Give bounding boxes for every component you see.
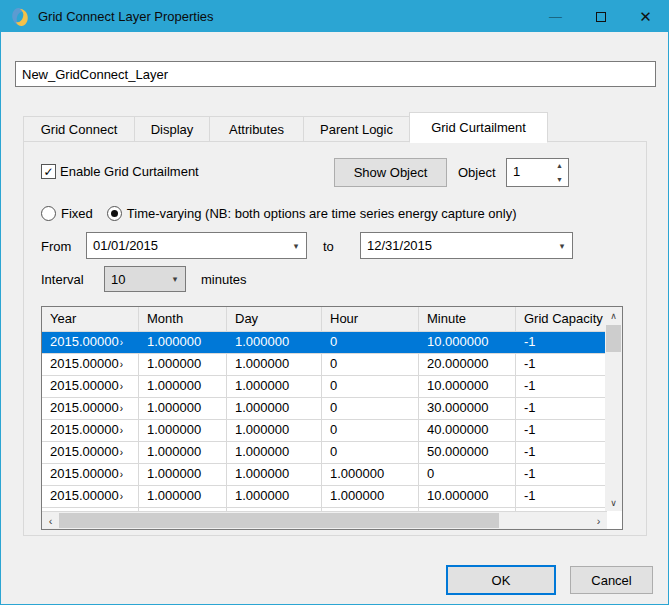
table-cell[interactable]: 1.000000 [227,442,322,463]
table-cell[interactable]: 1.000000 [139,486,227,507]
table-cell[interactable]: 1.000000 [227,486,322,507]
table-cell[interactable]: 1.000000 [227,464,322,485]
table-cell[interactable]: -1 [516,398,605,419]
tab-grid-curtailment[interactable]: Grid Curtailment [409,112,548,143]
scroll-left-icon[interactable]: ‹ [42,512,59,529]
table-cell[interactable]: 1.000000 [139,464,227,485]
table-cell[interactable]: -1 [516,332,605,353]
scroll-right-icon[interactable]: › [590,512,607,529]
object-value[interactable]: 1 [507,159,551,186]
table-row[interactable]: 2015.00000›1.0000001.000000010.000000-1 [42,376,605,398]
column-header-year[interactable]: Year [42,307,139,331]
horizontal-scrollbar-thumb[interactable] [59,513,499,528]
table-cell[interactable]: 2015.00000› [42,464,139,485]
object-spinner[interactable]: 1 ▲ ▼ [506,158,569,187]
cancel-button[interactable]: Cancel [570,566,653,594]
minimize-icon[interactable]: — [533,1,578,32]
table-cell[interactable]: -1 [516,376,605,397]
object-spinner-down-icon[interactable]: ▼ [551,173,568,187]
table-cell[interactable]: 20.000000 [419,354,516,375]
table-cell[interactable]: -1 [516,442,605,463]
table-cell[interactable]: 1.000000 [227,398,322,419]
table-cell[interactable]: -1 [516,486,605,507]
object-spinner-up-icon[interactable]: ▲ [551,159,568,173]
table-row[interactable]: 2015.00000›1.0000001.000000010.000000-1 [42,332,605,354]
table-cell[interactable]: 0 [322,376,419,397]
ok-button[interactable]: OK [446,565,556,595]
table-cell[interactable]: 2015.00000› [42,354,139,375]
enable-grid-curtailment-label[interactable]: Enable Grid Curtailment [60,164,199,179]
scroll-up-icon[interactable]: ∧ [605,307,622,324]
app-icon [10,7,30,27]
table-cell[interactable]: 10.000000 [419,332,516,353]
show-object-button[interactable]: Show Object [334,158,447,187]
tab-display[interactable]: Display [134,116,210,142]
interval-combobox[interactable]: 10 ▾ [104,266,186,292]
to-date-combobox[interactable]: 12/31/2015 ▾ [360,232,573,259]
table-cell[interactable]: 2015.00000› [42,486,139,507]
table-cell[interactable]: 10.000000 [419,376,516,397]
table-cell[interactable]: 1.000000 [322,464,419,485]
maximize-icon[interactable] [578,1,623,32]
table-row[interactable]: 2015.00000›1.0000001.000000030.000000-1 [42,398,605,420]
fixed-radio[interactable] [41,206,56,221]
horizontal-scrollbar[interactable]: ‹ › [42,511,607,529]
table-cell[interactable]: 1.000000 [139,442,227,463]
table-cell[interactable]: 2015.00000› [42,442,139,463]
table-cell[interactable]: 0 [419,464,516,485]
table-cell[interactable]: 0 [322,354,419,375]
table-cell[interactable]: 1.000000 [139,332,227,353]
from-date-combobox[interactable]: 01/01/2015 ▾ [86,232,307,259]
vertical-scrollbar-thumb[interactable] [606,325,621,352]
column-header-grid-capacity[interactable]: Grid Capacity [516,307,605,331]
table-row[interactable]: 2015.00000›1.0000001.000000020.000000-1 [42,354,605,376]
column-header-month[interactable]: Month [139,307,227,331]
table-cell[interactable]: 0 [322,442,419,463]
enable-grid-curtailment-checkbox[interactable]: ✓ [41,164,56,179]
tab-attributes[interactable]: Attributes [209,116,304,142]
table-cell[interactable]: 2015.00000› [42,376,139,397]
table-cell[interactable]: 1.000000 [227,420,322,441]
table-cell[interactable]: 40.000000 [419,420,516,441]
table-row[interactable]: 2015.00000›1.0000001.000000040.000000-1 [42,420,605,442]
table-cell[interactable]: 1.000000 [139,354,227,375]
titlebar[interactable]: Grid Connect Layer Properties — ✕ [1,1,668,32]
table-cell[interactable]: 0 [322,398,419,419]
table-cell[interactable]: -1 [516,464,605,485]
table-cell[interactable]: 2015.00000› [42,420,139,441]
table-cell[interactable]: 1.000000 [322,486,419,507]
tab-grid-connect[interactable]: Grid Connect [23,116,135,142]
table-row[interactable]: 2015.00000›1.0000001.0000001.0000000-1 [42,464,605,486]
close-icon[interactable]: ✕ [623,1,668,32]
time-varying-radio[interactable] [107,206,122,221]
vertical-scrollbar[interactable]: ∧ ∨ [605,307,622,511]
table-cell[interactable]: 1.000000 [227,376,322,397]
column-header-day[interactable]: Day [227,307,322,331]
table-cell[interactable]: 0 [322,332,419,353]
table-cell[interactable]: 30.000000 [419,398,516,419]
table-cell[interactable]: 2015.00000› [42,332,139,353]
table-cell[interactable]: 10.000000 [419,486,516,507]
table-cell[interactable]: 0 [322,420,419,441]
time-varying-radio-label[interactable]: Time-varying (NB: both options are time … [127,206,517,221]
table-cell[interactable]: -1 [516,420,605,441]
column-header-hour[interactable]: Hour [322,307,419,331]
fixed-radio-label[interactable]: Fixed [61,206,93,221]
table-row[interactable]: 2015.00000›1.0000001.0000001.00000010.00… [42,486,605,508]
table-cell[interactable]: 1.000000 [227,354,322,375]
table-row[interactable]: 2015.00000›1.0000001.000000050.000000-1 [42,442,605,464]
table-cell[interactable]: 2015.00000› [42,398,139,419]
layer-name-input[interactable] [15,61,656,87]
tab-parent-logic[interactable]: Parent Logic [303,116,410,142]
table-cell[interactable]: 50.000000 [419,442,516,463]
chevron-down-icon[interactable]: ▾ [286,241,306,251]
chevron-down-icon[interactable]: ▾ [165,274,185,284]
table-cell[interactable]: -1 [516,354,605,375]
table-cell[interactable]: 1.000000 [139,398,227,419]
scroll-down-icon[interactable]: ∨ [605,494,622,511]
column-header-minute[interactable]: Minute [419,307,516,331]
chevron-down-icon[interactable]: ▾ [552,241,572,251]
table-cell[interactable]: 1.000000 [227,332,322,353]
table-cell[interactable]: 1.000000 [139,376,227,397]
table-cell[interactable]: 1.000000 [139,420,227,441]
